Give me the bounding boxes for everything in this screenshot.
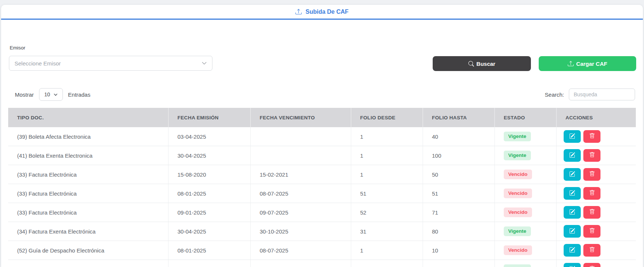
edit-pencil-icon: [569, 171, 575, 178]
search-input[interactable]: [569, 89, 635, 100]
cell-tipo-doc: (41) Boleta Exenta Electronica: [8, 146, 169, 165]
cargar-caf-button[interactable]: Cargar CAF: [539, 56, 636, 71]
cell-acciones: [557, 184, 636, 203]
status-badge: Vencido: [504, 208, 532, 217]
table-row: (33) Factura Electrónica 08-01-2025 08-0…: [8, 184, 636, 203]
cell-fecha-vencimiento: [251, 146, 351, 165]
edit-pencil-icon: [569, 133, 575, 140]
cell-folio-desde: 51: [351, 184, 423, 203]
column-header: TIPO DOC.: [8, 108, 169, 127]
delete-button[interactable]: [583, 206, 600, 219]
cell-folio-hasta: 100: [423, 146, 495, 165]
column-header: ACCIONES: [557, 108, 636, 127]
cell-fecha-vencimiento: 15-02-2021: [251, 165, 351, 184]
cell-acciones: [557, 127, 636, 146]
emisor-select-placeholder: Seleccione Emisor: [15, 60, 61, 67]
edit-button[interactable]: [564, 225, 581, 238]
column-header: FOLIO HASTA: [423, 108, 495, 127]
cell-estado: Vencido: [495, 184, 557, 203]
delete-button[interactable]: [583, 130, 600, 143]
cell-folio-hasta: 10: [423, 241, 495, 260]
edit-button[interactable]: [564, 168, 581, 181]
table-row: (52) Guía de Despacho Electrónica 08-01-…: [8, 241, 636, 260]
tab-subida-de-caf[interactable]: Subida De CAF: [289, 9, 355, 15]
emisor-select[interactable]: Seleccione Emisor: [9, 56, 212, 71]
cell-estado: Vencido: [495, 165, 557, 184]
table-header-row: TIPO DOC.FECHA EMISIÓNFECHA VENCIMIENTOF…: [8, 108, 636, 127]
search-icon: [468, 61, 474, 67]
delete-button[interactable]: [583, 168, 600, 181]
upload-icon: [568, 61, 574, 67]
page-size-value: 10: [44, 91, 50, 97]
cell-folio-hasta: 51: [423, 184, 495, 203]
edit-button[interactable]: [564, 130, 581, 143]
cell-tipo-doc: (52) Guía de Despacho Electrónica: [8, 260, 169, 267]
cell-fecha-emision: 30-04-2025: [169, 146, 251, 165]
entradas-label: Entradas: [68, 91, 90, 98]
table-row: (33) Factura Electrónica 15-08-2020 15-0…: [8, 165, 636, 184]
column-header: FECHA VENCIMIENTO: [251, 108, 351, 127]
cell-tipo-doc: (33) Factura Electrónica: [8, 165, 169, 184]
cell-fecha-vencimiento: 30-10-2025: [251, 222, 351, 241]
delete-button[interactable]: [583, 225, 600, 238]
column-header: FOLIO DESDE: [351, 108, 423, 127]
cell-folio-desde: 1: [351, 165, 423, 184]
cell-fecha-emision: 08-01-2025: [169, 184, 251, 203]
table-row: (41) Boleta Exenta Electronica 30-04-202…: [8, 146, 636, 165]
cell-acciones: [557, 203, 636, 222]
edit-pencil-icon: [569, 190, 575, 197]
cell-acciones: [557, 241, 636, 260]
edit-pencil-icon: [569, 152, 575, 159]
main-card: Subida De CAF Emisor Seleccione Emisor B…: [1, 5, 643, 267]
trash-icon: [589, 152, 595, 159]
buscar-button[interactable]: Buscar: [433, 56, 531, 71]
cell-fecha-emision: 08-01-2025: [169, 241, 251, 260]
search-controls: Search:: [545, 89, 635, 100]
trash-icon: [589, 247, 595, 254]
column-header: ESTADO: [495, 108, 557, 127]
page-size-select[interactable]: 10: [39, 88, 63, 101]
edit-button[interactable]: [564, 263, 581, 267]
delete-button[interactable]: [583, 187, 600, 200]
edit-button[interactable]: [564, 244, 581, 257]
edit-pencil-icon: [569, 228, 575, 235]
trash-icon: [589, 171, 595, 178]
cell-fecha-emision: 09-01-2025: [169, 203, 251, 222]
cell-fecha-vencimiento: 08-07-2025: [251, 184, 351, 203]
chevron-down-icon: [54, 93, 58, 97]
edit-pencil-icon: [569, 266, 575, 267]
trash-icon: [589, 228, 595, 235]
cell-tipo-doc: (33) Factura Electrónica: [8, 184, 169, 203]
column-header: FECHA EMISIÓN: [169, 108, 251, 127]
buscar-button-label: Buscar: [477, 61, 496, 67]
edit-button[interactable]: [564, 149, 581, 162]
delete-button[interactable]: [583, 149, 600, 162]
upload-icon: [295, 9, 302, 15]
tab-bar: Subida De CAF: [1, 5, 643, 20]
delete-button[interactable]: [583, 263, 600, 267]
cell-folio-hasta: 40: [423, 127, 495, 146]
chevron-down-icon: [202, 61, 207, 66]
table-row: (34) Factura Exenta Electrónica 30-04-20…: [8, 222, 636, 241]
caf-table: TIPO DOC.FECHA EMISIÓNFECHA VENCIMIENTOF…: [8, 108, 636, 267]
cell-fecha-vencimiento: 09-07-2025: [251, 203, 351, 222]
status-badge: Vencido: [504, 245, 532, 255]
edit-button[interactable]: [564, 187, 581, 200]
status-badge: Vencido: [504, 170, 532, 179]
status-badge: Vencido: [504, 189, 532, 198]
cell-acciones: [557, 146, 636, 165]
trash-icon: [589, 133, 595, 140]
edit-button[interactable]: [564, 206, 581, 219]
delete-button[interactable]: [583, 244, 600, 257]
status-badge: Vigente: [504, 226, 531, 236]
emisor-label: Emisor: [10, 45, 25, 51]
cell-estado: Vigente: [495, 146, 557, 165]
cell-estado: Vencido: [495, 203, 557, 222]
cell-acciones: [557, 222, 636, 241]
cell-fecha-vencimiento: [251, 127, 351, 146]
cell-fecha-emision: 03-04-2025: [169, 127, 251, 146]
page-size-controls: Mostrar 10 Entradas: [15, 89, 90, 100]
cell-folio-hasta: 50: [423, 165, 495, 184]
mostrar-label: Mostrar: [15, 91, 34, 98]
edit-pencil-icon: [569, 247, 575, 254]
